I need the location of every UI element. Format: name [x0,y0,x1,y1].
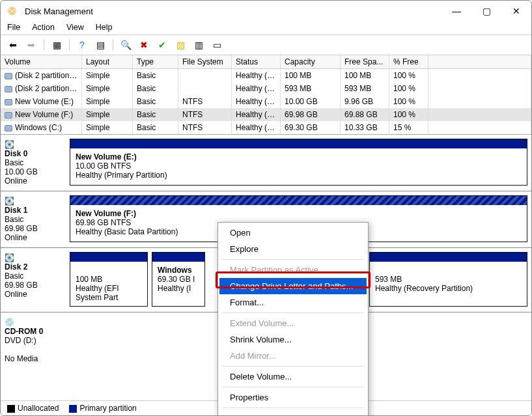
details-view-icon[interactable]: ▦ [49,38,64,52]
partition-windows[interactable]: Windows 69.30 GB I Healthy (I [152,252,205,307]
ctx-properties[interactable]: Properties [219,389,367,406]
col-status[interactable]: Status [232,55,281,68]
close-button[interactable]: ✕ [501,1,531,21]
title-bar: 📀 Disk Management — ▢ ✕ [1,1,531,21]
help-icon[interactable]: ? [75,38,89,52]
volume-row[interactable]: Windows (C:)SimpleBasicNTFSHealthy (B...… [1,121,531,134]
partition-e[interactable]: New Volume (E:) 10.00 GB NTFS Healthy (P… [70,139,527,186]
ctx-mirror: Add Mirror... [219,348,367,364]
maximize-button[interactable]: ▢ [471,1,501,21]
refresh-icon[interactable]: 🔍 [119,38,133,52]
col-volume[interactable]: Volume [1,55,82,68]
ctx-format[interactable]: Format... [219,294,367,311]
ctx-extend: Extend Volume... [219,315,367,331]
partition-recovery[interactable]: 593 MB Healthy (Recovery Partition) [369,252,527,307]
menu-view[interactable]: View [66,23,84,32]
app-icon: 📀 [7,7,17,16]
ctx-delete[interactable]: Delete Volume... [219,368,367,385]
col-capacity[interactable]: Capacity [281,55,341,68]
ctx-open[interactable]: Open [219,225,367,241]
check-icon[interactable]: ✔ [155,38,169,52]
delete-icon[interactable]: ✖ [137,38,151,52]
forward-button[interactable]: ➡ [24,38,38,52]
context-menu: Open Explore Mark Partition as Active Ch… [217,222,369,416]
menu-file[interactable]: File [7,23,20,32]
minimize-button[interactable]: — [441,1,471,21]
ctx-mark-active: Mark Partition as Active [219,262,367,278]
volume-list[interactable]: (Disk 2 partition 1)SimpleBasicHealthy (… [1,69,531,134]
properties-icon[interactable]: ▥ [191,38,206,52]
cdrom-icon: 💿 [5,318,14,327]
ctx-shrink[interactable]: Shrink Volume... [219,331,367,348]
disk-icon: 💽 [5,253,14,262]
col-pct[interactable]: % Free [389,55,428,68]
disk-icon: 💽 [5,140,14,149]
volume-row[interactable]: (Disk 2 partition 1)SimpleBasicHealthy (… [1,69,531,82]
menu-action[interactable]: Action [32,23,55,32]
list-icon[interactable]: ▭ [210,38,224,52]
toolbar: ⬅ ➡ ▦ ? ▤ 🔍 ✖ ✔ ▧ ▥ ▭ [1,35,531,55]
window-title: Disk Management [25,7,93,16]
settings-icon[interactable]: ▤ [93,38,107,52]
col-layout[interactable]: Layout [82,55,133,68]
volume-list-header: Volume Layout Type File System Status Ca… [1,55,531,69]
disk-icon: 💽 [5,197,14,206]
disk-row-0[interactable]: 💽Disk 0 Basic 10.00 GB Online New Volume… [1,135,531,191]
volume-row[interactable]: New Volume (E:)SimpleBasicNTFSHealthy (P… [1,95,531,108]
ctx-change-drive-letter[interactable]: Change Drive Letter and Paths... [219,278,367,294]
col-type[interactable]: Type [133,55,178,68]
volume-row[interactable]: (Disk 2 partition 4)SimpleBasicHealthy (… [1,82,531,95]
back-button[interactable]: ⬅ [6,38,20,52]
menu-bar: File Action View Help [1,21,531,35]
col-fs[interactable]: File System [178,55,232,68]
menu-help[interactable]: Help [96,23,113,32]
new-icon[interactable]: ▧ [173,38,188,52]
ctx-explore[interactable]: Explore [219,241,367,257]
partition-efi[interactable]: 100 MB Healthy (EFI System Part [70,252,148,307]
col-free[interactable]: Free Spa... [341,55,389,68]
ctx-help[interactable]: Help [219,410,367,416]
volume-row[interactable]: New Volume (F:)SimpleBasicNTFSHealthy (B… [1,108,531,121]
